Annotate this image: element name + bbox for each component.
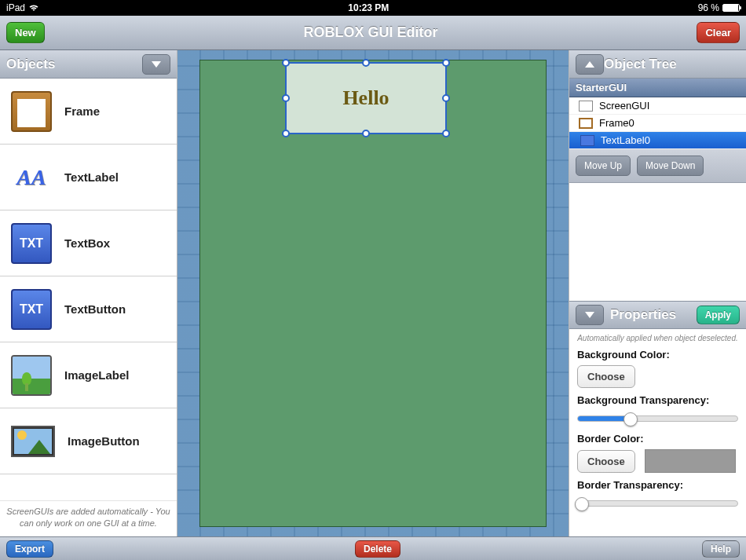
delete-button[interactable]: Delete — [355, 540, 400, 558]
resize-handle-br[interactable] — [442, 130, 450, 137]
objects-title: Objects — [6, 57, 142, 72]
resize-handle-bm[interactable] — [362, 130, 370, 137]
chevron-down-icon — [152, 61, 161, 68]
object-item-frame[interactable]: Frame — [0, 79, 177, 145]
object-item-textbox[interactable]: TXT TextBox — [0, 210, 177, 276]
object-item-textlabel[interactable]: AA TextLabel — [0, 145, 177, 210]
help-button[interactable]: Help — [702, 540, 740, 558]
properties-title: Properties — [610, 307, 690, 323]
tree-row-textlabel0[interactable]: TextLabel0 — [569, 132, 746, 149]
object-label: ImageButton — [68, 434, 140, 448]
apply-button[interactable]: Apply — [697, 306, 740, 324]
imagelabel-icon — [11, 355, 52, 396]
tree-row-label: ScreenGUI — [599, 100, 649, 112]
tree-spacer — [569, 183, 746, 301]
border-color-swatch — [645, 449, 736, 473]
bottom-toolbar: Export Delete Help — [0, 536, 746, 560]
chevron-up-icon — [585, 61, 594, 68]
new-button[interactable]: New — [6, 22, 45, 43]
prop-bg-color-label: Background Color: — [577, 349, 738, 361]
prop-border-color-label: Border Color: — [577, 433, 738, 445]
border-color-choose-button[interactable]: Choose — [577, 450, 635, 473]
object-item-textbutton[interactable]: TXT TextButton — [0, 276, 177, 342]
props-collapse-button[interactable] — [576, 305, 604, 325]
objects-collapse-button[interactable] — [142, 54, 170, 75]
imagebutton-icon — [11, 426, 55, 457]
tree-root[interactable]: StarterGUI — [569, 79, 746, 97]
move-down-button[interactable]: Move Down — [637, 156, 704, 176]
object-item-imagelabel[interactable]: ImageLabel — [0, 342, 177, 408]
canvas-frame[interactable]: Hello — [199, 60, 547, 527]
object-label: TextLabel — [64, 170, 119, 184]
right-panel: Object Tree StarterGUI ScreenGUI Frame0 … — [569, 50, 746, 536]
properties-note: Automatically applied when object desele… — [577, 334, 738, 342]
object-label: TextButton — [64, 302, 126, 316]
screengui-icon — [579, 101, 593, 112]
frame-icon — [579, 118, 593, 129]
battery-pct-label: 96 % — [698, 2, 719, 13]
tree-title: Object Tree — [604, 57, 740, 72]
prop-border-trans-label: Border Transparency: — [577, 479, 738, 491]
canvas[interactable]: Hello — [177, 50, 569, 536]
tree-row-screengui[interactable]: ScreenGUI — [569, 97, 746, 115]
chevron-down-icon — [585, 312, 594, 318]
resize-handle-tr[interactable] — [442, 59, 450, 67]
top-toolbar: New ROBLOX GUI Editor Clear — [0, 16, 746, 50]
textbutton-icon: TXT — [11, 289, 52, 330]
ios-status-bar: iPad 10:23 PM 96 % — [0, 0, 746, 16]
selected-textlabel[interactable]: Hello — [285, 62, 447, 134]
move-up-button[interactable]: Move Up — [576, 156, 631, 176]
objects-footnote: ScreenGUIs are added automatically - You… — [0, 500, 177, 536]
textbox-icon: TXT — [11, 223, 52, 264]
resize-handle-bl[interactable] — [282, 130, 290, 137]
wifi-icon — [28, 4, 39, 12]
clock-label: 10:23 PM — [39, 2, 698, 13]
object-label: ImageLabel — [64, 368, 130, 382]
frame-icon — [11, 91, 52, 132]
battery-icon — [722, 4, 740, 12]
resize-handle-tm[interactable] — [362, 59, 370, 67]
selected-text: Hello — [342, 86, 389, 110]
border-trans-slider[interactable] — [577, 496, 738, 511]
clear-button[interactable]: Clear — [697, 22, 740, 43]
app-title: ROBLOX GUI Editor — [45, 24, 697, 41]
resize-handle-mr[interactable] — [442, 94, 450, 102]
bg-trans-slider[interactable] — [577, 411, 738, 426]
tree-row-frame0[interactable]: Frame0 — [569, 115, 746, 132]
export-button[interactable]: Export — [6, 540, 53, 558]
prop-bg-trans-label: Background Transparency: — [577, 394, 738, 406]
resize-handle-tl[interactable] — [282, 59, 290, 67]
tree-collapse-button[interactable] — [576, 54, 604, 75]
object-label: Frame — [64, 104, 100, 118]
bg-color-choose-button[interactable]: Choose — [577, 365, 635, 388]
carrier-label: iPad — [6, 2, 25, 13]
resize-handle-ml[interactable] — [282, 94, 290, 102]
textlabel-icon: AA — [11, 157, 52, 198]
object-label: TextBox — [64, 236, 110, 250]
textlabel-icon — [580, 135, 594, 146]
tree-row-label: Frame0 — [599, 117, 634, 129]
object-item-imagebutton[interactable]: ImageButton — [0, 408, 177, 474]
tree-row-label: TextLabel0 — [601, 134, 650, 146]
objects-panel: Objects Frame AA TextLabel TXT TextBox T… — [0, 50, 177, 536]
